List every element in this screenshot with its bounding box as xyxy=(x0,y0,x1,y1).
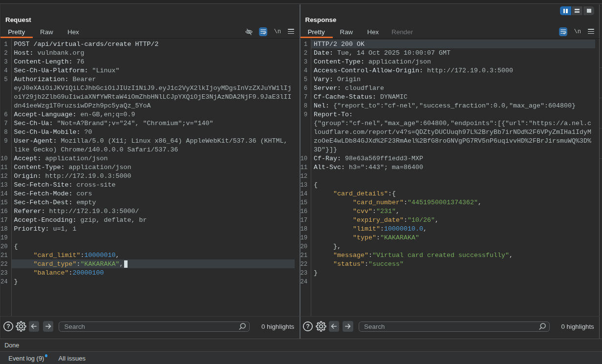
svg-text:?: ? xyxy=(6,323,10,330)
svg-text:?: ? xyxy=(306,323,310,330)
